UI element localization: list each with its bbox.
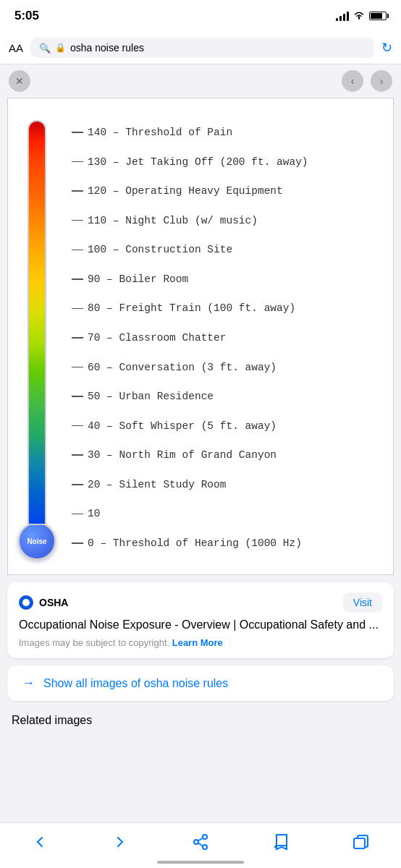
reload-button[interactable]: ↻: [381, 40, 392, 56]
search-result-card: OSHA Visit Occupational Noise Exposure -…: [7, 582, 394, 658]
image-viewer-header: ✕ ‹ ›: [0, 64, 401, 98]
related-images-header: Related images: [0, 708, 401, 733]
scale-tick: [72, 367, 83, 368]
scale-label: 100 – Construction Site: [88, 244, 232, 255]
scale-tick: [72, 542, 83, 544]
scale-item: 140 – Threshold of Pain: [72, 119, 381, 146]
scale-item: 80 – Freight Train (100 ft. away): [72, 294, 381, 322]
scale-item: 90 – Boiler Room: [72, 265, 381, 293]
svg-rect-1: [354, 838, 365, 848]
scale-tick: [72, 454, 83, 456]
scale-label: 50 – Urban Residence: [88, 391, 214, 402]
scale-label: 60 – Conversation (3 ft. away): [88, 362, 277, 373]
lock-icon: 🔒: [55, 43, 66, 53]
nav-next-button[interactable]: ›: [371, 70, 392, 92]
show-all-text: Show all images of osha noise rules: [43, 677, 228, 690]
scale-tick: [72, 337, 83, 339]
battery-icon: [369, 12, 387, 20]
status-bar: 5:05: [0, 0, 401, 32]
status-icons: [336, 10, 387, 22]
scale-tick: [72, 132, 83, 133]
scale-item: 30 – North Rim of Grand Canyon: [72, 441, 381, 469]
scale-label: 120 – Operating Heavy Equipment: [88, 185, 283, 197]
show-all-images-button[interactable]: → Show all images of osha noise rules: [7, 665, 394, 701]
learn-more-link[interactable]: Learn More: [172, 637, 223, 648]
scale-tick: [72, 278, 83, 280]
scale-label: 110 – Night Club (w/ music): [88, 215, 258, 226]
address-bar[interactable]: 🔍 🔒 osha noise rules: [30, 38, 374, 58]
scale-tick: [72, 250, 83, 251]
result-copyright: Images may be subject to copyright. Lear…: [19, 637, 382, 648]
scale-tick: [72, 308, 83, 310]
thermometer-bulb: Noise: [18, 522, 56, 560]
source-icon: [19, 595, 33, 610]
arrow-icon: →: [22, 676, 35, 691]
scale-item: 70 – Classroom Chatter: [72, 324, 381, 352]
scale-item: 40 – Soft Whisper (5 ft. away): [72, 412, 381, 440]
scale-label: 0 – Threshold of Hearing (1000 Hz): [88, 537, 302, 549]
scale-tick: [72, 161, 83, 163]
result-source: OSHA: [19, 595, 68, 610]
scale-item: 20 – Silent Study Room: [72, 471, 381, 498]
address-text: osha noise rules: [70, 42, 144, 54]
scale-item: 110 – Night Club (w/ music): [72, 207, 381, 234]
svg-point-0: [358, 17, 360, 19]
bulb-label: Noise: [27, 537, 46, 545]
tabs-button[interactable]: [341, 830, 381, 854]
scale-label: 30 – North Rim of Grand Canyon: [88, 449, 277, 461]
nav-buttons: ‹ ›: [342, 70, 392, 92]
search-icon: 🔍: [39, 43, 51, 54]
scale-label: 40 – Soft Whisper (5 ft. away): [88, 420, 277, 432]
scale-label: 80 – Freight Train (100 ft. away): [88, 302, 295, 314]
visit-button[interactable]: Visit: [343, 592, 382, 613]
source-icon-inner: [22, 599, 30, 606]
thermometer-bar: [28, 120, 46, 525]
result-title: Occupational Noise Exposure - Overview |…: [19, 617, 382, 633]
nav-prev-button[interactable]: ‹: [342, 70, 363, 92]
share-button[interactable]: [180, 830, 221, 854]
bookmarks-button[interactable]: [261, 830, 301, 854]
source-name: OSHA: [39, 597, 68, 608]
scale-label: 10: [88, 508, 100, 519]
result-header: OSHA Visit: [19, 592, 382, 613]
scale-item: 50 – Urban Residence: [72, 383, 381, 410]
wifi-icon: [353, 10, 365, 22]
thermometer: Noise: [8, 113, 66, 560]
scale-tick: [72, 190, 83, 192]
scale-label: 130 – Jet Taking Off (200 ft. away): [88, 156, 308, 168]
scale-item: 130 – Jet Taking Off (200 ft. away): [72, 148, 381, 176]
scale-label: 140 – Threshold of Pain: [88, 127, 232, 138]
close-button[interactable]: ✕: [9, 70, 30, 92]
browser-aa[interactable]: AA: [9, 42, 23, 54]
scale-item: 120 – Operating Heavy Equipment: [72, 177, 381, 205]
scale-tick: [72, 396, 83, 397]
scale-item: 60 – Conversation (3 ft. away): [72, 354, 381, 381]
scale-label: 20 – Silent Study Room: [88, 479, 226, 490]
browser-bar: AA 🔍 🔒 osha noise rules ↻: [0, 32, 401, 64]
scale-item: 0 – Threshold of Hearing (1000 Hz): [72, 529, 381, 557]
scale-item: 100 – Construction Site: [72, 236, 381, 263]
scale-tick: [72, 425, 83, 427]
copyright-text: Images may be subject to copyright.: [19, 637, 172, 648]
noise-chart: Noise 140 – Threshold of Pain 130 – Jet …: [7, 98, 394, 575]
scale-item: 10: [72, 500, 381, 527]
back-button[interactable]: [20, 830, 60, 854]
scale-tick: [72, 514, 83, 515]
home-indicator: [157, 861, 244, 864]
status-time: 5:05: [14, 9, 39, 23]
forward-button[interactable]: [100, 830, 140, 854]
scale-label: 90 – Boiler Room: [88, 273, 188, 285]
scale-label: 70 – Classroom Chatter: [88, 332, 226, 344]
scale-labels: 140 – Threshold of Pain 130 – Jet Taking…: [66, 113, 381, 560]
scale-tick: [72, 484, 83, 485]
related-images-title: Related images: [12, 714, 92, 726]
scale-tick: [72, 220, 83, 221]
signal-bars-icon: [336, 11, 349, 21]
thermometer-gradient: [29, 122, 45, 524]
